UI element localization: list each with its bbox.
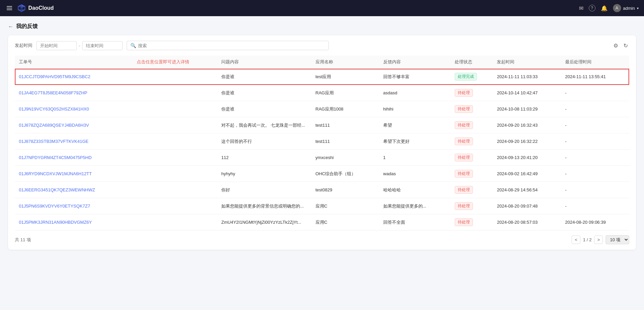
cell-start-time: 2024-08-20 08:57:03: [493, 214, 561, 230]
main-content: ← 我的反馈 发起时间 - 🔍 ⚙ ↻: [0, 16, 644, 310]
start-date-input[interactable]: [36, 41, 77, 50]
cell-app-name: ymxceshi: [312, 150, 379, 166]
cell-start-time: 2024-08-29 14:56:54: [493, 182, 561, 198]
svg-marker-4: [18, 8, 22, 11]
svg-marker-2: [18, 5, 22, 8]
col-header-app: 应用名称: [312, 56, 379, 69]
cell-hint: [133, 182, 218, 198]
status-badge: 待处理: [455, 89, 473, 97]
settings-icon-button[interactable]: ⚙: [612, 41, 619, 50]
refresh-icon-button[interactable]: ↻: [622, 41, 629, 50]
cell-id: 01J6EERG3451QK7QEZ3WEWNHWZ: [15, 182, 133, 198]
help-icon[interactable]: ?: [589, 5, 595, 11]
cell-app-name: RAG应用1008: [312, 101, 379, 117]
cell-status: 待处理: [451, 117, 493, 133]
cell-hint: [133, 117, 218, 133]
search-box: 🔍: [127, 41, 329, 50]
cell-start-time: 2024-10-14 10:42:47: [493, 85, 561, 101]
cell-app-name: 应用C: [312, 214, 379, 230]
user-menu[interactable]: A admin ▾: [613, 4, 639, 12]
cell-hint: [133, 101, 218, 117]
pagination-bar: 共 11 项 < 1 / 2 > 10 项20 项50 项: [15, 235, 629, 244]
status-badge: 待处理: [455, 202, 473, 210]
cell-id: 01J878ZQZA689QSEYJ4BDA6H3V: [15, 117, 133, 133]
cell-id: 01J5PN6S9KVDYV6Y0ETYSQK7Z7: [15, 198, 133, 214]
cell-start-time: 2024-09-02 16:42:49: [493, 166, 561, 182]
cell-feedback: 如果您能提供更多的...: [379, 198, 451, 214]
cell-last-time: -: [561, 117, 629, 133]
col-header-last-time: 最后处理时间: [561, 56, 629, 69]
date-separator: -: [79, 43, 80, 48]
user-chevron-icon: ▾: [637, 6, 639, 10]
cell-app-name: OHC综合助手（组）: [312, 166, 379, 182]
col-header-start-time: 发起时间: [493, 56, 561, 69]
col-header-id: 工单号: [15, 56, 133, 69]
cell-last-time: -: [561, 85, 629, 101]
table-row[interactable]: 01J5PMK3JRN31AN90HBDVGMZ6YZmU4Y2I1NGMtYj…: [15, 214, 629, 230]
cell-question: 你好: [217, 182, 311, 198]
back-button[interactable]: ←: [8, 24, 13, 30]
table-row[interactable]: 01JCCJTD9PAHVD95TM9J9CSBC2你是谁test应用回答不够丰…: [15, 69, 629, 85]
cell-feedback: asdasd: [379, 85, 451, 101]
cell-hint: [133, 85, 218, 101]
status-badge: 待处理: [455, 218, 473, 226]
table-row[interactable]: 01J6RYD9NCDXVJW1MJNA6H12TThyhyhyOHC综合助手（…: [15, 166, 629, 182]
search-input[interactable]: [138, 43, 325, 48]
next-page-button[interactable]: >: [594, 236, 603, 244]
time-filter-label: 发起时间: [15, 42, 32, 49]
cell-hint: [133, 133, 218, 150]
pagination-controls: < 1 / 2 > 10 项20 项50 项: [572, 235, 629, 244]
cell-feedback: 1: [379, 150, 451, 166]
feedback-table: 工单号 点击任意位置即可进入详情 问题内容 应用名称 反馈内容 处理状态 发起时…: [15, 56, 629, 230]
status-badge: 待处理: [455, 154, 473, 161]
filter-actions: ⚙ ↻: [612, 41, 629, 50]
current-page: 1: [583, 237, 585, 242]
cell-feedback: hihihi: [379, 101, 451, 117]
cell-status: 待处理: [451, 182, 493, 198]
cell-start-time: 2024-10-08 11:03:29: [493, 101, 561, 117]
prev-page-button[interactable]: <: [572, 236, 580, 244]
cell-question: 这个回答的不行: [217, 133, 311, 150]
cell-status: 待处理: [451, 85, 493, 101]
cell-app-name: test应用: [312, 69, 379, 85]
user-avatar-icon: A: [613, 4, 621, 12]
cell-app-name: test0829: [312, 182, 379, 198]
end-date-input[interactable]: [82, 41, 123, 50]
cell-last-time: -: [561, 166, 629, 182]
cell-app-name: test111: [312, 133, 379, 150]
feedback-card: 发起时间 - 🔍 ⚙ ↻: [8, 35, 636, 250]
table-row[interactable]: 01J7NPDYGRM4ZT4C5M0475P5HD112ymxceshi1待处…: [15, 150, 629, 166]
table-row[interactable]: 01J5PN6S9KVDYV6Y0ETYSQK7Z7如果您能提供更多的背景信息或…: [15, 198, 629, 214]
cell-status: 处理完成: [451, 69, 493, 85]
cell-start-time: 2024-09-13 20:41:20: [493, 150, 561, 166]
col-header-feedback: 反馈内容: [379, 56, 451, 69]
brand-logo: DaoCloud: [18, 4, 54, 12]
table-row[interactable]: 01JA4EG7T8J58EE4N058F79ZHP你是谁RAG应用asdasd…: [15, 85, 629, 101]
username-label: admin: [623, 6, 635, 11]
table-row[interactable]: 01J878Z33STB3M37VFTKVK41GE这个回答的不行test111…: [15, 133, 629, 150]
page-header: ← 我的反馈: [8, 23, 636, 30]
menu-toggle[interactable]: [5, 5, 13, 11]
table-row[interactable]: 01J878ZQZA689QSEYJ4BDA6H3V对不起，我会再试一次。 七龙…: [15, 117, 629, 133]
cell-status: 待处理: [451, 166, 493, 182]
date-range-group: -: [36, 41, 123, 50]
table-row[interactable]: 01J9N19VCY63Q0S2HSZX841HX0你是谁RAG应用1008hi…: [15, 101, 629, 117]
cell-status: 待处理: [451, 101, 493, 117]
cell-id: 01J9N19VCY63Q0S2HSZX841HX0: [15, 101, 133, 117]
cell-question: 你是谁: [217, 85, 311, 101]
table-row[interactable]: 01J6EERG3451QK7QEZ3WEWNHWZ你好test0829哈哈哈哈…: [15, 182, 629, 198]
chat-icon[interactable]: ✉: [579, 5, 583, 11]
cell-app-name: RAG应用: [312, 85, 379, 101]
cell-question: 对不起，我会再试一次。 七龙珠是一部经...: [217, 117, 311, 133]
feedback-table-wrapper: 工单号 点击任意位置即可进入详情 问题内容 应用名称 反馈内容 处理状态 发起时…: [15, 56, 629, 230]
page-size-select[interactable]: 10 项20 项50 项: [606, 235, 629, 244]
logo-icon: [18, 4, 26, 12]
cell-id: 01J878Z33STB3M37VFTKVK41GE: [15, 133, 133, 150]
cell-question: 你是谁: [217, 69, 311, 85]
bell-icon[interactable]: 🔔: [601, 5, 608, 11]
status-badge: 待处理: [455, 137, 473, 145]
cell-question: ZmU4Y2I1NGMtYjNjZi00YzYzLTk2ZjYt...: [217, 214, 311, 230]
cell-last-time: 2024-11-11 13:55:41: [561, 69, 629, 85]
cell-feedback: wadas: [379, 166, 451, 182]
cell-status: 待处理: [451, 214, 493, 230]
